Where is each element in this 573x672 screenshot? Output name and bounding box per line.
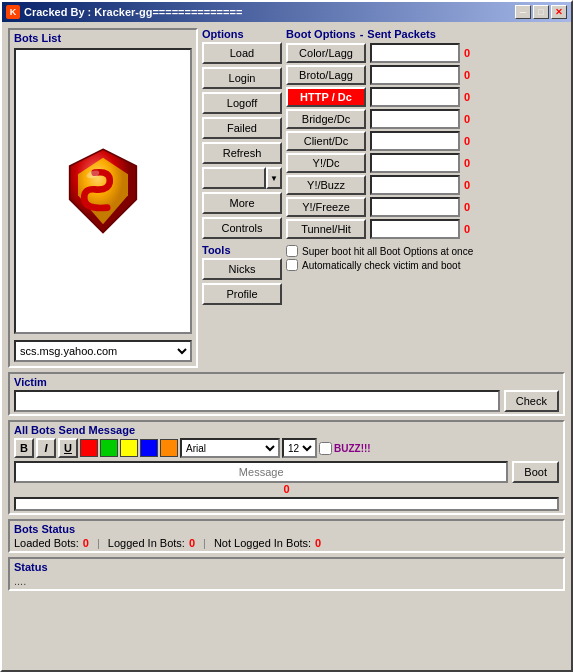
http-dc-count: 0 <box>464 91 494 103</box>
victim-input[interactable] <box>14 390 500 412</box>
broto-lagg-count: 0 <box>464 69 494 81</box>
color-red-btn[interactable] <box>80 439 98 457</box>
logged-bots-count: 0 <box>189 537 195 549</box>
status-bar: Status .... <box>8 557 565 591</box>
dropdown-arrow-icon[interactable]: ▼ <box>266 167 282 189</box>
client-dc-count: 0 <box>464 135 494 147</box>
failed-button[interactable]: Failed <box>202 117 282 139</box>
status-dots: .... <box>14 575 559 587</box>
yi-buzz-btn[interactable]: Y!/Buzz <box>286 175 366 195</box>
auto-check-checkbox[interactable] <box>286 259 298 271</box>
http-dc-input[interactable] <box>370 87 460 107</box>
load-button[interactable]: Load <box>202 42 282 64</box>
super-boot-label: Super boot hit all Boot Options at once <box>302 246 473 257</box>
checkbox-row-1: Super boot hit all Boot Options at once <box>286 245 565 257</box>
message-section-label: All Bots Send Message <box>14 424 559 436</box>
login-button[interactable]: Login <box>202 67 282 89</box>
bots-list-dropdown: scs.msg.yahoo.com <box>14 340 192 362</box>
bridge-dc-input[interactable] <box>370 109 460 129</box>
boot-row-4: Client/Dc 0 <box>286 131 565 151</box>
dropdown-main <box>202 167 266 189</box>
buzz-container: BUZZ!!! <box>319 442 371 455</box>
not-logged-bots-label: Not Logged In Bots: <box>214 537 311 549</box>
divider-2: | <box>203 537 206 549</box>
color-yellow-btn[interactable] <box>120 439 138 457</box>
color-lagg-input[interactable] <box>370 43 460 63</box>
font-select[interactable]: Arial <box>180 438 280 458</box>
color-orange-btn[interactable] <box>160 439 178 457</box>
message-input[interactable] <box>14 461 508 483</box>
client-dc-input[interactable] <box>370 131 460 151</box>
color-lagg-btn[interactable]: Color/Lagg <box>286 43 366 63</box>
boot-panel: Boot Options - Sent Packets Color/Lagg 0… <box>286 28 565 368</box>
boot-row-1: Broto/Lagg 0 <box>286 65 565 85</box>
refresh-button[interactable]: Refresh <box>202 142 282 164</box>
bots-list-panel: Bots List <box>8 28 198 368</box>
buzz-label: BUZZ!!! <box>334 443 371 454</box>
status-label: Status <box>14 561 559 573</box>
title-bar-left: K Cracked By : Kracker-gg============== <box>6 5 242 19</box>
tunnel-hit-count: 0 <box>464 223 494 235</box>
broto-lagg-btn[interactable]: Broto/Lagg <box>286 65 366 85</box>
profile-button[interactable]: Profile <box>202 283 282 305</box>
underline-button[interactable]: U <box>58 438 78 458</box>
broto-lagg-input[interactable] <box>370 65 460 85</box>
app-icon: K <box>6 5 20 19</box>
dropdown-container: ▼ <box>202 167 282 189</box>
not-logged-bots-count: 0 <box>315 537 321 549</box>
minimize-button[interactable]: ─ <box>515 5 531 19</box>
top-row: Bots List <box>8 28 565 368</box>
boot-row-2: HTTP / Dc 0 <box>286 87 565 107</box>
title-buttons: ─ □ ✕ <box>515 5 567 19</box>
check-button[interactable]: Check <box>504 390 559 412</box>
buzz-checkbox[interactable] <box>319 442 332 455</box>
message-row: Boot <box>14 461 559 483</box>
client-dc-btn[interactable]: Client/Dc <box>286 131 366 151</box>
bots-list-label: Bots List <box>10 30 196 46</box>
loaded-bots-item: Loaded Bots: 0 <box>14 537 89 549</box>
yi-dc-input[interactable] <box>370 153 460 173</box>
maximize-button[interactable]: □ <box>533 5 549 19</box>
boot-row-8: Tunnel/Hit 0 <box>286 219 565 239</box>
options-label: Options <box>202 28 282 40</box>
divider-1: | <box>97 537 100 549</box>
color-green-btn[interactable] <box>100 439 118 457</box>
options-panel: Options Load Login Logoff Failed Refresh… <box>202 28 282 368</box>
loaded-bots-count: 0 <box>83 537 89 549</box>
yi-dc-btn[interactable]: Y!/Dc <box>286 153 366 173</box>
boot-row-5: Y!/Dc 0 <box>286 153 565 173</box>
message-section: All Bots Send Message B I U Arial 12 B <box>8 420 565 515</box>
tunnel-hit-input[interactable] <box>370 219 460 239</box>
loaded-bots-label: Loaded Bots: <box>14 537 79 549</box>
close-button[interactable]: ✕ <box>551 5 567 19</box>
controls-button[interactable]: Controls <box>202 217 282 239</box>
boot-row-6: Y!/Buzz 0 <box>286 175 565 195</box>
bridge-dc-btn[interactable]: Bridge/Dc <box>286 109 366 129</box>
checkbox-row-2: Automatically check victim and boot <box>286 259 565 271</box>
tools-label: Tools <box>202 244 282 256</box>
message-zero: 0 <box>14 483 559 495</box>
nicks-button[interactable]: Nicks <box>202 258 282 280</box>
tunnel-hit-btn[interactable]: Tunnel/Hit <box>286 219 366 239</box>
super-boot-checkbox[interactable] <box>286 245 298 257</box>
logged-bots-label: Logged In Bots: <box>108 537 185 549</box>
bots-list-image <box>14 48 192 334</box>
logged-bots-item: Logged In Bots: 0 <box>108 537 195 549</box>
victim-label: Victim <box>14 376 559 388</box>
http-dc-btn[interactable]: HTTP / Dc <box>286 87 366 107</box>
more-button[interactable]: More <box>202 192 282 214</box>
yi-freeze-btn[interactable]: Y!/Freeze <box>286 197 366 217</box>
boot-row-7: Y!/Freeze 0 <box>286 197 565 217</box>
bots-status-label: Bots Status <box>14 523 559 535</box>
server-select[interactable]: scs.msg.yahoo.com <box>14 340 192 362</box>
boot-header: Boot Options - Sent Packets <box>286 28 565 40</box>
logoff-button[interactable]: Logoff <box>202 92 282 114</box>
color-blue-btn[interactable] <box>140 439 158 457</box>
size-select[interactable]: 12 <box>282 438 317 458</box>
boot-send-button[interactable]: Boot <box>512 461 559 483</box>
yi-buzz-input[interactable] <box>370 175 460 195</box>
italic-button[interactable]: I <box>36 438 56 458</box>
bold-button[interactable]: B <box>14 438 34 458</box>
boot-row-3: Bridge/Dc 0 <box>286 109 565 129</box>
yi-freeze-input[interactable] <box>370 197 460 217</box>
